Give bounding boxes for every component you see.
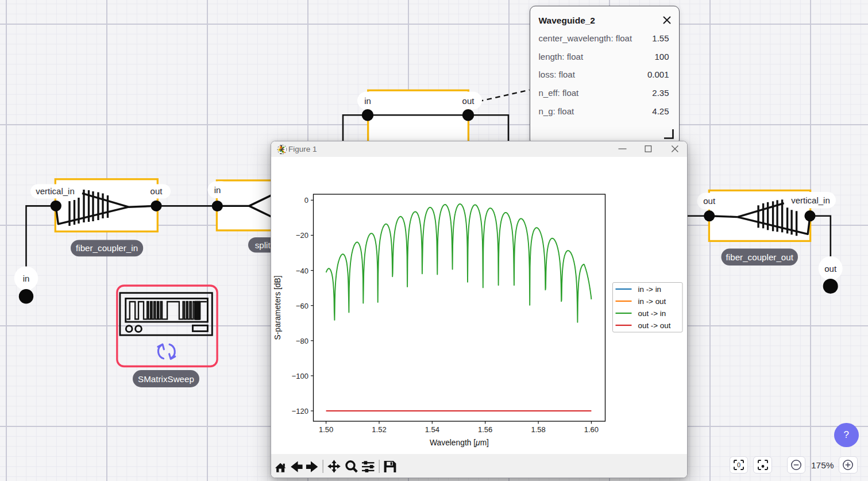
svg-text:in: in: [214, 185, 221, 195]
svg-text:SMatrixSweep: SMatrixSweep: [138, 374, 194, 384]
svg-text:−40: −40: [295, 266, 308, 275]
svg-text:1.50: 1.50: [318, 425, 333, 434]
svg-text:fiber_coupler_out: fiber_coupler_out: [726, 252, 794, 262]
svg-text:−20: −20: [295, 231, 308, 240]
svg-text:−120: −120: [291, 407, 308, 415]
svg-text:in -> out: in -> out: [638, 297, 666, 305]
svg-text:Wavelength [μm]: Wavelength [μm]: [430, 438, 489, 447]
svg-text:S-parameters [dB]: S-parameters [dB]: [273, 275, 282, 340]
svg-text:0: 0: [304, 196, 308, 205]
svg-text:1.58: 1.58: [531, 425, 545, 434]
svg-text:out -> out: out -> out: [638, 321, 670, 329]
svg-text:−80: −80: [295, 336, 308, 345]
svg-text:in: in: [23, 274, 30, 283]
svg-text:vertical_in: vertical_in: [791, 195, 830, 205]
svg-text:−100: −100: [291, 371, 308, 380]
svg-text:fiber_coupler_in: fiber_coupler_in: [76, 243, 138, 253]
svg-text:out -> in: out -> in: [638, 309, 666, 317]
svg-text:1.60: 1.60: [584, 425, 598, 434]
svg-text:in -> in: in -> in: [638, 284, 661, 293]
svg-text:vertical_in: vertical_in: [36, 186, 75, 196]
svg-text:in: in: [364, 96, 371, 106]
svg-text:out: out: [462, 96, 475, 106]
svg-text:out: out: [151, 186, 163, 196]
svg-text:out: out: [824, 264, 837, 274]
svg-text:1.56: 1.56: [478, 425, 492, 434]
svg-text:out: out: [703, 196, 716, 206]
svg-text:1.52: 1.52: [372, 425, 386, 434]
svg-text:−60: −60: [295, 301, 308, 310]
svg-text:0: 0: [737, 461, 740, 468]
svg-text:1.54: 1.54: [425, 425, 439, 434]
